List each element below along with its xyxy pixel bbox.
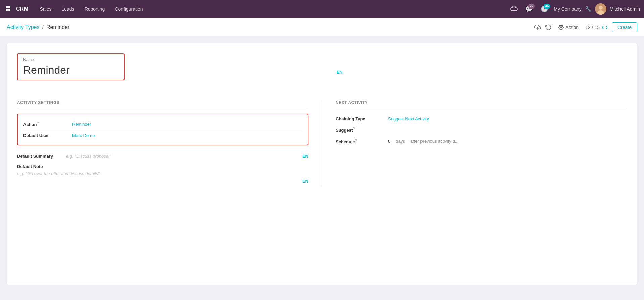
main-menu: Sales Leads Reporting Configuration: [35, 4, 507, 14]
default-user-value[interactable]: Marc Demo: [72, 133, 95, 138]
pagination-text: 12 / 15: [585, 25, 600, 30]
column-divider: [322, 100, 322, 186]
activity-settings-section: ACTIVITY SETTINGS Action? Reminder Defau…: [17, 100, 308, 186]
messages-badge: 22: [528, 4, 535, 9]
schedule-help-icon[interactable]: ?: [355, 138, 357, 142]
next-activity-section: NEXT ACTIVITY Chaining Type Suggest Next…: [336, 100, 627, 186]
suggest-help-icon[interactable]: ?: [353, 127, 355, 131]
default-note-section: Default Note e.g. "Go over the offer and…: [17, 161, 308, 187]
next-activity-title: NEXT ACTIVITY: [336, 100, 627, 108]
messages-button[interactable]: 💬 22: [523, 3, 535, 15]
top-navigation: CRM Sales Leads Reporting Configuration …: [0, 0, 644, 18]
activity-settings-title: ACTIVITY SETTINGS: [17, 100, 308, 108]
name-value: Reminder: [23, 63, 118, 76]
action-field-row: Action? Reminder: [23, 118, 302, 130]
schedule-num[interactable]: 0: [388, 139, 390, 144]
username[interactable]: Mitchell Admin: [610, 6, 640, 12]
menu-item-leads[interactable]: Leads: [57, 4, 79, 14]
schedule-row: Schedule? 0 days after previous activity…: [336, 136, 627, 147]
pagination-next[interactable]: ›: [606, 24, 608, 31]
name-en-badge[interactable]: EN: [337, 70, 343, 75]
grid-menu-icon[interactable]: [4, 4, 13, 14]
highlighted-fields: Action? Reminder Default User Marc Demo: [17, 114, 308, 145]
form-columns: ACTIVITY SETTINGS Action? Reminder Defau…: [17, 100, 627, 186]
company-name[interactable]: My Company: [554, 6, 581, 12]
name-field[interactable]: Name Reminder: [17, 53, 125, 80]
default-summary-row: Default Summary e.g. "Discuss proposal" …: [17, 151, 308, 161]
svg-point-5: [599, 6, 603, 10]
svg-rect-1: [8, 6, 10, 8]
activities-badge: 46: [544, 4, 550, 9]
schedule-unit: days: [396, 139, 405, 144]
app-name[interactable]: CRM: [16, 6, 28, 12]
default-summary-en[interactable]: EN: [302, 154, 308, 159]
cloud-icon[interactable]: [509, 4, 519, 14]
breadcrumb-current: Reminder: [46, 24, 69, 30]
topnav-right-controls: 💬 22 🕐 46 My Company 🔧 Mitchell Admin: [509, 3, 640, 15]
breadcrumb-actions: Action 12 / 15 ‹ › Create: [534, 22, 637, 32]
default-summary-label: Default Summary: [17, 154, 61, 159]
schedule-label: Schedule?: [336, 138, 383, 144]
suggest-row: Suggest?: [336, 124, 627, 135]
pagination: 12 / 15 ‹ ›: [585, 24, 608, 31]
breadcrumb-parent[interactable]: Activity Types: [7, 24, 40, 30]
action-help-icon[interactable]: ?: [37, 121, 39, 125]
svg-point-8: [560, 27, 562, 28]
menu-item-sales[interactable]: Sales: [35, 4, 56, 14]
pagination-prev[interactable]: ‹: [602, 24, 604, 31]
action-value[interactable]: Reminder: [72, 122, 91, 127]
menu-item-reporting[interactable]: Reporting: [80, 4, 110, 14]
action-button[interactable]: Action: [556, 23, 581, 31]
default-note-placeholder[interactable]: e.g. "Go over the offer and discuss deta…: [17, 171, 100, 176]
settings-icon[interactable]: 🔧: [585, 6, 592, 12]
schedule-desc: after previous activity d...: [410, 139, 459, 144]
chaining-type-row: Chaining Type Suggest Next Activity: [336, 114, 627, 124]
svg-rect-2: [6, 9, 8, 11]
action-label: Action: [565, 25, 579, 30]
activities-button[interactable]: 🕐 46: [538, 3, 550, 15]
breadcrumb-bar: Activity Types / Reminder Action 12 / 15: [0, 18, 644, 36]
chaining-type-value[interactable]: Suggest Next Activity: [388, 116, 429, 121]
svg-rect-3: [8, 9, 10, 11]
avatar[interactable]: [595, 3, 606, 15]
breadcrumb-separator: /: [42, 24, 44, 30]
default-user-label: Default User: [23, 133, 67, 138]
form-card: Name Reminder EN ACTIVITY SETTINGS Actio…: [7, 43, 637, 285]
chaining-type-label: Chaining Type: [336, 116, 383, 121]
refresh-icon[interactable]: [545, 24, 552, 31]
action-label-text: Action?: [23, 121, 67, 127]
name-label: Name: [23, 57, 118, 62]
default-user-field-row: Default User Marc Demo: [23, 130, 302, 141]
default-note-en[interactable]: EN: [302, 179, 308, 184]
default-summary-placeholder[interactable]: e.g. "Discuss proposal": [66, 154, 111, 159]
menu-item-configuration[interactable]: Configuration: [110, 4, 147, 14]
create-button[interactable]: Create: [612, 22, 637, 32]
default-note-label: Default Note: [17, 164, 308, 169]
main-content: Name Reminder EN ACTIVITY SETTINGS Actio…: [0, 36, 644, 292]
upload-icon[interactable]: [534, 24, 541, 31]
suggest-label: Suggest?: [336, 127, 383, 133]
svg-rect-0: [6, 6, 8, 8]
